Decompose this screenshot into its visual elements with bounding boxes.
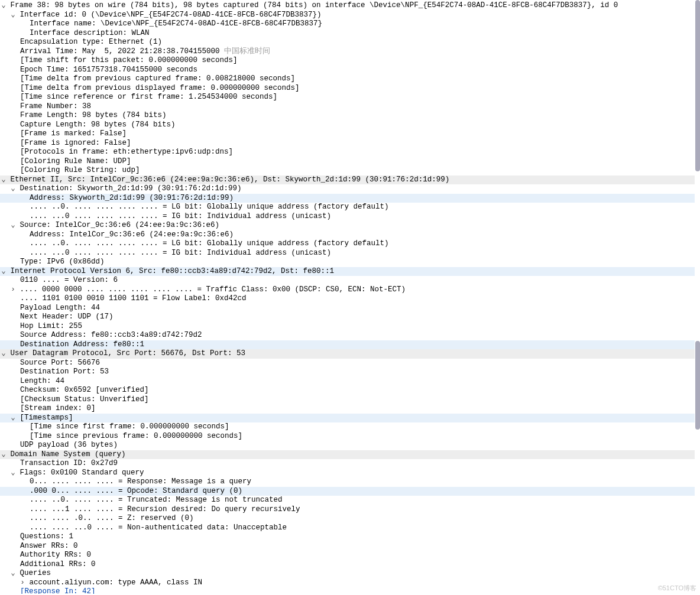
frame-ignored[interactable]: [Frame is ignored: False] — [0, 139, 695, 148]
eth-src-address[interactable]: Address: IntelCor_9c:36:e6 (24:ee:9a:9c:… — [0, 230, 695, 240]
chevron-down-icon: ⌄ — [1, 450, 6, 460]
ipv6-next-header[interactable]: Next Header: UDP (17) — [0, 313, 695, 322]
coloring-rule-string[interactable]: [Coloring Rule String: udp] — [0, 166, 695, 175]
dns-summary-text: Domain Name System (query) — [11, 450, 126, 459]
udp-checksum[interactable]: Checksum: 0x6592 [unverified] — [0, 386, 695, 395]
chevron-down-icon: ⌄ — [1, 1, 6, 11]
dns-flags[interactable]: ⌄ Flags: 0x0100 Standard query — [0, 469, 695, 478]
udp-summary-text: User Datagram Protocol, Src Port: 56676,… — [11, 349, 246, 357]
ipv6-summary-text: Internet Protocol Version 6, Src: fe80::… — [11, 267, 335, 275]
eth-src-ig-bit[interactable]: .... ...0 .... .... .... .... = IG bit: … — [0, 249, 695, 258]
ipv6-summary[interactable]: ⌄ Internet Protocol Version 6, Src: fe80… — [0, 267, 695, 277]
dns-flag-opcode[interactable]: .000 0... .... .... = Opcode: Standard q… — [0, 487, 695, 496]
interface-id-text: Interface id: 0 (\Device\NPF_{E54F2C74-0… — [20, 11, 322, 19]
chevron-down-icon: ⌄ — [1, 267, 6, 277]
eth-source[interactable]: ⌄ Source: IntelCor_9c:36:e6 (24:ee:9a:9c… — [0, 221, 695, 230]
frame-summary[interactable]: ⌄ Frame 38: 98 bytes on wire (784 bits),… — [0, 1, 695, 11]
dns-authority-rrs[interactable]: Authority RRs: 0 — [0, 551, 695, 560]
udp-timestamps[interactable]: ⌄ [Timestamps] — [0, 414, 695, 423]
eth-src-lg-bit[interactable]: .... ..0. .... .... .... .... = LG bit: … — [0, 239, 695, 249]
dns-answer-rrs[interactable]: Answer RRs: 0 — [0, 542, 695, 551]
frame-length[interactable]: Frame Length: 98 bytes (784 bits) — [0, 111, 695, 121]
capture-length[interactable]: Capture Length: 98 bytes (784 bits) — [0, 121, 695, 130]
time-since-reference[interactable]: [Time since reference or first frame: 1.… — [0, 93, 695, 102]
interface-desc[interactable]: Interface description: WLAN — [0, 29, 695, 38]
dns-response-in-link[interactable]: [Response In: 42] — [20, 587, 96, 594]
dns-questions[interactable]: Questions: 1 — [0, 532, 695, 542]
dns-flag-response[interactable]: 0... .... .... .... = Response: Message … — [0, 477, 695, 487]
scrollbar-thumb[interactable] — [695, 341, 700, 430]
dns-flag-truncated[interactable]: .... ..0. .... .... = Truncated: Message… — [0, 496, 695, 505]
protocols-in-frame[interactable]: [Protocols in frame: eth:ethertype:ipv6:… — [0, 148, 695, 157]
udp-payload[interactable]: UDP payload (36 bytes) — [0, 441, 695, 450]
ipv6-payload-length[interactable]: Payload Length: 44 — [0, 304, 695, 313]
chevron-down-icon: ⌄ — [11, 414, 15, 423]
frame-marked[interactable]: [Frame is marked: False] — [0, 129, 695, 139]
chevron-down-icon: ⌄ — [11, 469, 15, 478]
interface-id[interactable]: ⌄ Interface id: 0 (\Device\NPF_{E54F2C74… — [0, 11, 695, 20]
eth-dst-ig-bit[interactable]: .... ...0 .... .... .... .... = IG bit: … — [0, 212, 695, 222]
udp-time-since-previous[interactable]: [Time since previous frame: 0.000000000 … — [0, 432, 695, 441]
ipv6-hop-limit[interactable]: Hop Limit: 255 — [0, 322, 695, 331]
chevron-down-icon: ⌄ — [11, 184, 15, 194]
dns-transaction-id[interactable]: Transaction ID: 0x27d9 — [0, 459, 695, 469]
udp-summary[interactable]: ⌄ User Datagram Protocol, Src Port: 5667… — [0, 349, 695, 359]
encapsulation-type[interactable]: Encapsulation type: Ethernet (1) — [0, 38, 695, 47]
udp-source-port[interactable]: Source Port: 56676 — [0, 359, 695, 368]
time-delta-captured[interactable]: [Time delta from previous captured frame… — [0, 74, 695, 84]
arrival-time[interactable]: Arrival Time: May 5, 2022 21:28:38.70415… — [0, 47, 695, 57]
dns-queries[interactable]: ⌄ Queries — [0, 569, 695, 578]
udp-destination-port[interactable]: Destination Port: 53 — [0, 368, 695, 377]
scrollbar-thumb[interactable] — [695, 0, 700, 171]
chevron-down-icon: ⌄ — [11, 569, 15, 578]
ipv6-source-address[interactable]: Source Address: fe80::ccb3:4a89:d742:79d… — [0, 331, 695, 340]
chevron-right-icon: › — [20, 578, 25, 588]
packet-details-pane: ⌄ Frame 38: 98 bytes on wire (784 bits),… — [0, 0, 700, 595]
eth-dst-lg-bit[interactable]: .... ..0. .... .... .... .... = LG bit: … — [0, 203, 695, 212]
ipv6-version[interactable]: 0110 .... = Version: 6 — [0, 276, 695, 285]
udp-length[interactable]: Length: 44 — [0, 377, 695, 386]
dns-flag-recursion-desired[interactable]: .... ...1 .... .... = Recursion desired:… — [0, 505, 695, 515]
frame-number[interactable]: Frame Number: 38 — [0, 102, 695, 112]
epoch-time[interactable]: Epoch Time: 1651757318.704155000 seconds — [0, 66, 695, 75]
eth-destination[interactable]: ⌄ Destination: Skyworth_2d:1d:99 (30:91:… — [0, 184, 695, 194]
chevron-down-icon: ⌄ — [1, 349, 6, 359]
chevron-down-icon: ⌄ — [11, 11, 15, 20]
vertical-scrollbar[interactable] — [695, 0, 700, 595]
timezone-label: 中国标准时间 — [224, 47, 270, 56]
interface-name[interactable]: Interface name: \Device\NPF_{E54F2C74-08… — [0, 19, 695, 29]
ethernet-summary[interactable]: ⌄ Ethernet II, Src: IntelCor_9c:36:e6 (2… — [0, 175, 695, 185]
dns-query-item[interactable]: › account.aliyun.com: type AAAA, class I… — [0, 578, 695, 588]
dns-response-in[interactable]: [Response In: 42] — [0, 587, 695, 594]
chevron-down-icon: ⌄ — [11, 221, 15, 230]
eth-dst-address[interactable]: Address: Skyworth_2d:1d:99 (30:91:76:2d:… — [0, 194, 695, 203]
time-shift[interactable]: [Time shift for this packet: 0.000000000… — [0, 56, 695, 66]
udp-stream-index[interactable]: [Stream index: 0] — [0, 404, 695, 414]
time-delta-displayed[interactable]: [Time delta from previous displayed fram… — [0, 84, 695, 93]
watermark: ©51CTO博客 — [658, 584, 696, 593]
ipv6-destination-address[interactable]: Destination Address: fe80::1 — [0, 340, 695, 350]
dns-flag-non-auth[interactable]: .... .... ...0 .... = Non-authenticated … — [0, 524, 695, 533]
udp-checksum-status[interactable]: [Checksum Status: Unverified] — [0, 395, 695, 405]
frame-summary-text: Frame 38: 98 bytes on wire (784 bits), 9… — [11, 1, 618, 9]
dns-additional-rrs[interactable]: Additional RRs: 0 — [0, 560, 695, 570]
ipv6-traffic-class[interactable]: › .... 0000 0000 .... .... .... .... ...… — [0, 285, 695, 295]
ethernet-summary-text: Ethernet II, Src: IntelCor_9c:36:e6 (24:… — [11, 175, 450, 184]
eth-type[interactable]: Type: IPv6 (0x86dd) — [0, 258, 695, 267]
udp-time-since-first[interactable]: [Time since first frame: 0.000000000 sec… — [0, 422, 695, 432]
coloring-rule-name[interactable]: [Coloring Rule Name: UDP] — [0, 157, 695, 167]
dns-flag-z[interactable]: .... .... .0.. .... = Z: reserved (0) — [0, 514, 695, 524]
dns-summary[interactable]: ⌄ Domain Name System (query) — [0, 450, 695, 460]
chevron-right-icon: › — [11, 285, 15, 295]
chevron-down-icon: ⌄ — [1, 175, 6, 185]
ipv6-flow-label[interactable]: .... 1101 0100 0010 1100 1101 = Flow Lab… — [0, 294, 695, 304]
packet-tree[interactable]: ⌄ Frame 38: 98 bytes on wire (784 bits),… — [0, 1, 695, 594]
